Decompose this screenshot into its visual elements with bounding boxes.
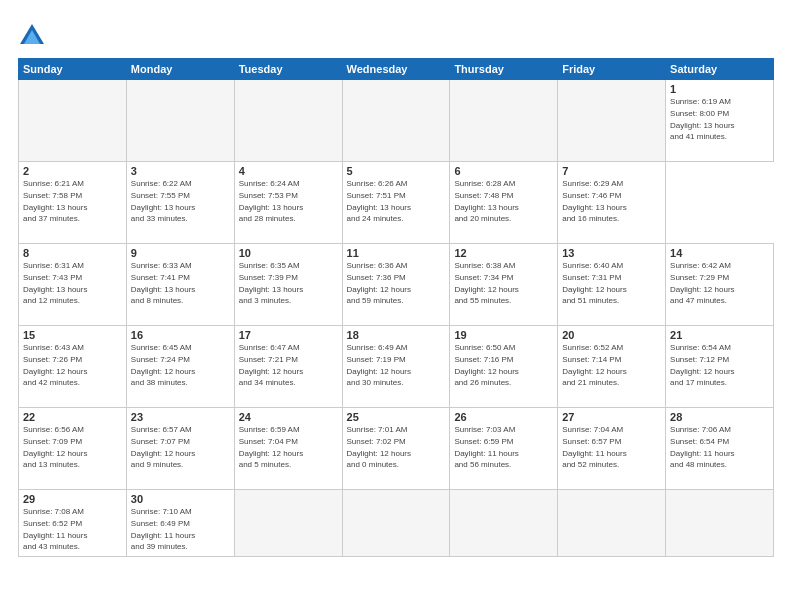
day-info: Sunrise: 6:47 AMSunset: 7:21 PMDaylight:… [239, 343, 303, 387]
day-number: 8 [23, 247, 122, 259]
day-info: Sunrise: 6:57 AMSunset: 7:07 PMDaylight:… [131, 425, 195, 469]
calendar-day-29: 29Sunrise: 7:08 AMSunset: 6:52 PMDayligh… [19, 490, 127, 557]
day-info: Sunrise: 7:03 AMSunset: 6:59 PMDaylight:… [454, 425, 518, 469]
calendar-day-11: 11Sunrise: 6:36 AMSunset: 7:36 PMDayligh… [342, 244, 450, 326]
day-number: 3 [131, 165, 230, 177]
calendar-day-26: 26Sunrise: 7:03 AMSunset: 6:59 PMDayligh… [450, 408, 558, 490]
calendar-week-5: 22Sunrise: 6:56 AMSunset: 7:09 PMDayligh… [19, 408, 774, 490]
logo [18, 22, 50, 50]
day-info: Sunrise: 7:10 AMSunset: 6:49 PMDaylight:… [131, 507, 195, 551]
day-number: 21 [670, 329, 769, 341]
calendar-week-1: 1Sunrise: 6:19 AMSunset: 8:00 PMDaylight… [19, 80, 774, 162]
day-number: 9 [131, 247, 230, 259]
day-info: Sunrise: 6:19 AMSunset: 8:00 PMDaylight:… [670, 97, 734, 141]
calendar-week-2: 2Sunrise: 6:21 AMSunset: 7:58 PMDaylight… [19, 162, 774, 244]
calendar-day-empty [450, 490, 558, 557]
day-info: Sunrise: 6:33 AMSunset: 7:41 PMDaylight:… [131, 261, 195, 305]
day-info: Sunrise: 6:40 AMSunset: 7:31 PMDaylight:… [562, 261, 626, 305]
day-number: 13 [562, 247, 661, 259]
calendar-day-empty [450, 80, 558, 162]
calendar-day-4: 4Sunrise: 6:24 AMSunset: 7:53 PMDaylight… [234, 162, 342, 244]
day-number: 16 [131, 329, 230, 341]
day-number: 18 [347, 329, 446, 341]
day-info: Sunrise: 6:50 AMSunset: 7:16 PMDaylight:… [454, 343, 518, 387]
day-info: Sunrise: 6:29 AMSunset: 7:46 PMDaylight:… [562, 179, 626, 223]
day-number: 29 [23, 493, 122, 505]
day-number: 22 [23, 411, 122, 423]
day-info: Sunrise: 6:21 AMSunset: 7:58 PMDaylight:… [23, 179, 87, 223]
calendar-day-10: 10Sunrise: 6:35 AMSunset: 7:39 PMDayligh… [234, 244, 342, 326]
day-number: 10 [239, 247, 338, 259]
calendar-header-thursday: Thursday [450, 59, 558, 80]
calendar-day-empty [666, 490, 774, 557]
day-number: 7 [562, 165, 661, 177]
day-number: 23 [131, 411, 230, 423]
day-info: Sunrise: 6:28 AMSunset: 7:48 PMDaylight:… [454, 179, 518, 223]
calendar-day-17: 17Sunrise: 6:47 AMSunset: 7:21 PMDayligh… [234, 326, 342, 408]
day-number: 12 [454, 247, 553, 259]
calendar-day-16: 16Sunrise: 6:45 AMSunset: 7:24 PMDayligh… [126, 326, 234, 408]
calendar-day-13: 13Sunrise: 6:40 AMSunset: 7:31 PMDayligh… [558, 244, 666, 326]
day-info: Sunrise: 6:24 AMSunset: 7:53 PMDaylight:… [239, 179, 303, 223]
day-info: Sunrise: 6:36 AMSunset: 7:36 PMDaylight:… [347, 261, 411, 305]
calendar-day-28: 28Sunrise: 7:06 AMSunset: 6:54 PMDayligh… [666, 408, 774, 490]
calendar-header-tuesday: Tuesday [234, 59, 342, 80]
day-number: 19 [454, 329, 553, 341]
calendar-day-2: 2Sunrise: 6:21 AMSunset: 7:58 PMDaylight… [19, 162, 127, 244]
day-number: 17 [239, 329, 338, 341]
day-info: Sunrise: 6:49 AMSunset: 7:19 PMDaylight:… [347, 343, 411, 387]
day-number: 25 [347, 411, 446, 423]
calendar-week-4: 15Sunrise: 6:43 AMSunset: 7:26 PMDayligh… [19, 326, 774, 408]
day-info: Sunrise: 6:52 AMSunset: 7:14 PMDaylight:… [562, 343, 626, 387]
calendar-day-30: 30Sunrise: 7:10 AMSunset: 6:49 PMDayligh… [126, 490, 234, 557]
calendar-day-empty [19, 80, 127, 162]
day-number: 6 [454, 165, 553, 177]
calendar-day-12: 12Sunrise: 6:38 AMSunset: 7:34 PMDayligh… [450, 244, 558, 326]
calendar-day-empty [342, 490, 450, 557]
calendar-day-15: 15Sunrise: 6:43 AMSunset: 7:26 PMDayligh… [19, 326, 127, 408]
day-number: 28 [670, 411, 769, 423]
calendar-header-saturday: Saturday [666, 59, 774, 80]
day-info: Sunrise: 7:08 AMSunset: 6:52 PMDaylight:… [23, 507, 87, 551]
day-info: Sunrise: 7:04 AMSunset: 6:57 PMDaylight:… [562, 425, 626, 469]
day-info: Sunrise: 6:54 AMSunset: 7:12 PMDaylight:… [670, 343, 734, 387]
calendar-day-3: 3Sunrise: 6:22 AMSunset: 7:55 PMDaylight… [126, 162, 234, 244]
day-info: Sunrise: 6:59 AMSunset: 7:04 PMDaylight:… [239, 425, 303, 469]
calendar-day-8: 8Sunrise: 6:31 AMSunset: 7:43 PMDaylight… [19, 244, 127, 326]
calendar-day-23: 23Sunrise: 6:57 AMSunset: 7:07 PMDayligh… [126, 408, 234, 490]
calendar-day-22: 22Sunrise: 6:56 AMSunset: 7:09 PMDayligh… [19, 408, 127, 490]
day-number: 27 [562, 411, 661, 423]
calendar-day-empty [234, 490, 342, 557]
calendar-day-18: 18Sunrise: 6:49 AMSunset: 7:19 PMDayligh… [342, 326, 450, 408]
calendar-day-9: 9Sunrise: 6:33 AMSunset: 7:41 PMDaylight… [126, 244, 234, 326]
calendar-day-25: 25Sunrise: 7:01 AMSunset: 7:02 PMDayligh… [342, 408, 450, 490]
calendar-day-6: 6Sunrise: 6:28 AMSunset: 7:48 PMDaylight… [450, 162, 558, 244]
calendar-day-empty [342, 80, 450, 162]
day-info: Sunrise: 6:43 AMSunset: 7:26 PMDaylight:… [23, 343, 87, 387]
logo-icon [18, 22, 46, 50]
calendar-day-21: 21Sunrise: 6:54 AMSunset: 7:12 PMDayligh… [666, 326, 774, 408]
calendar-week-3: 8Sunrise: 6:31 AMSunset: 7:43 PMDaylight… [19, 244, 774, 326]
calendar-day-empty [558, 80, 666, 162]
day-number: 11 [347, 247, 446, 259]
day-number: 14 [670, 247, 769, 259]
day-info: Sunrise: 6:22 AMSunset: 7:55 PMDaylight:… [131, 179, 195, 223]
day-info: Sunrise: 6:45 AMSunset: 7:24 PMDaylight:… [131, 343, 195, 387]
calendar-day-5: 5Sunrise: 6:26 AMSunset: 7:51 PMDaylight… [342, 162, 450, 244]
calendar-day-1: 1Sunrise: 6:19 AMSunset: 8:00 PMDaylight… [666, 80, 774, 162]
calendar-day-20: 20Sunrise: 6:52 AMSunset: 7:14 PMDayligh… [558, 326, 666, 408]
day-info: Sunrise: 6:42 AMSunset: 7:29 PMDaylight:… [670, 261, 734, 305]
calendar-day-19: 19Sunrise: 6:50 AMSunset: 7:16 PMDayligh… [450, 326, 558, 408]
page: SundayMondayTuesdayWednesdayThursdayFrid… [0, 0, 792, 612]
day-info: Sunrise: 6:56 AMSunset: 7:09 PMDaylight:… [23, 425, 87, 469]
day-info: Sunrise: 6:35 AMSunset: 7:39 PMDaylight:… [239, 261, 303, 305]
day-info: Sunrise: 7:01 AMSunset: 7:02 PMDaylight:… [347, 425, 411, 469]
day-info: Sunrise: 6:31 AMSunset: 7:43 PMDaylight:… [23, 261, 87, 305]
calendar-header-wednesday: Wednesday [342, 59, 450, 80]
calendar-day-27: 27Sunrise: 7:04 AMSunset: 6:57 PMDayligh… [558, 408, 666, 490]
day-number: 26 [454, 411, 553, 423]
calendar-header-sunday: Sunday [19, 59, 127, 80]
calendar-header-monday: Monday [126, 59, 234, 80]
day-number: 2 [23, 165, 122, 177]
day-number: 4 [239, 165, 338, 177]
